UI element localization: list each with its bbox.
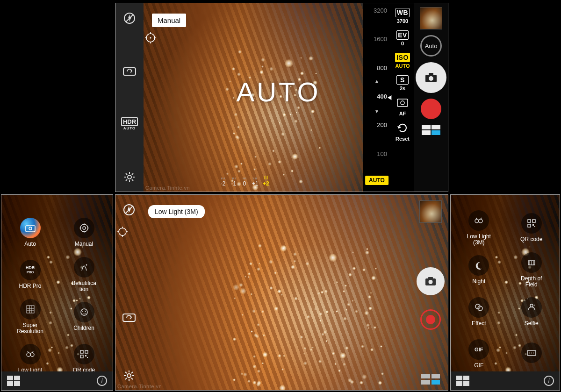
- switch-camera-icon[interactable]: [122, 65, 137, 77]
- mode-item-label: Super Resolution: [17, 322, 43, 335]
- svg-point-51: [85, 311, 86, 312]
- svg-point-73: [534, 305, 535, 306]
- switch-camera-icon[interactable]: [122, 312, 136, 323]
- info-icon[interactable]: i: [544, 376, 554, 386]
- info-icon[interactable]: i: [97, 376, 107, 386]
- hdr-auto-icon[interactable]: HDR AUTO: [121, 117, 138, 130]
- shutter-button[interactable]: [416, 62, 446, 93]
- svg-point-59: [475, 219, 479, 223]
- settings-gear-icon[interactable]: [123, 370, 135, 382]
- svg-line-28: [125, 372, 127, 373]
- svg-point-36: [29, 227, 32, 230]
- ev-scale[interactable]: -2 -1 0 +1 +2: [218, 175, 270, 187]
- mode-label-chip[interactable]: Manual: [152, 14, 186, 27]
- mode-grid-toggle[interactable]: [7, 376, 20, 386]
- svg-point-10: [128, 175, 131, 179]
- more-icon: [521, 342, 542, 363]
- mode-bottom-bar: i: [1, 371, 113, 390]
- lowlight-icon: [20, 344, 41, 364]
- iso-ruler[interactable]: 3200 1600 800 400 200 100 50 ▲ ▼ AUTO: [363, 3, 391, 192]
- record-button[interactable]: [421, 99, 441, 119]
- mode-item-gif[interactable]: GIFGIF: [453, 333, 505, 375]
- mode-item-label: GIF: [474, 363, 483, 369]
- mode-item-selfie[interactable]: Selfie: [505, 291, 558, 333]
- svg-point-52: [27, 353, 30, 356]
- flash-off-icon[interactable]: [122, 203, 136, 216]
- record-button[interactable]: [420, 309, 441, 330]
- svg-rect-61: [528, 220, 531, 222]
- effect-icon: [468, 297, 489, 318]
- svg-point-53: [30, 353, 34, 356]
- svg-rect-65: [534, 226, 535, 227]
- modes-right-frame: Low Light (3M)QR codeNightDepth of Field…: [450, 194, 560, 391]
- flash-off-icon[interactable]: [123, 12, 136, 25]
- mode-grid-button[interactable]: [421, 374, 440, 385]
- mode-grid-toggle[interactable]: [456, 376, 469, 386]
- mode-item-qr[interactable]: QR code: [505, 207, 558, 249]
- svg-line-17: [126, 179, 127, 181]
- mode-item-label: HDR Pro: [19, 283, 41, 289]
- svg-rect-35: [26, 226, 35, 232]
- svg-point-49: [81, 309, 87, 315]
- lowlight-rightbar: [413, 195, 448, 390]
- manual-rightbar: Auto: [414, 3, 448, 192]
- iso-center-readout: AUTO: [236, 76, 320, 107]
- svg-point-37: [80, 224, 88, 232]
- mode-item-label: Selfie: [525, 321, 539, 327]
- mode-item-effect[interactable]: Effect: [453, 291, 505, 333]
- param-iso[interactable]: ISO AUTO: [395, 53, 410, 69]
- mode-item-dof[interactable]: Depth of Field: [505, 249, 558, 291]
- mode-item-manual[interactable]: Manual: [57, 212, 111, 254]
- selfie-icon: [521, 297, 542, 318]
- svg-line-18: [132, 173, 133, 175]
- param-wb[interactable]: WB 3700: [395, 8, 410, 24]
- svg-line-16: [132, 179, 133, 181]
- beauty-icon: [74, 257, 94, 278]
- mode-item-more[interactable]: [505, 333, 558, 375]
- svg-line-30: [125, 378, 127, 379]
- mode-item-auto[interactable]: Auto: [3, 212, 57, 254]
- settings-gear-icon[interactable]: [123, 171, 136, 183]
- dof-icon: [521, 252, 542, 273]
- mode-label-chip[interactable]: Low Light (3M): [148, 205, 205, 218]
- param-reset[interactable]: Reset: [395, 123, 410, 142]
- param-shutter[interactable]: S 2s: [395, 75, 410, 91]
- svg-rect-55: [85, 350, 88, 353]
- mode-item-label: QR code: [520, 236, 542, 242]
- lowlight3m-icon: [468, 210, 489, 231]
- mode-item-beauty[interactable]: Beautifica tion: [57, 254, 111, 296]
- mode-item-night[interactable]: Night: [453, 249, 505, 291]
- modes-left-frame: AutoManualHDRPROHDR ProBeautifica tionSu…: [1, 194, 113, 391]
- svg-rect-58: [87, 357, 88, 358]
- param-af[interactable]: AF: [395, 98, 410, 116]
- mode-item-label: Effect: [472, 321, 486, 327]
- mode-grid-button[interactable]: [422, 125, 440, 135]
- param-ev[interactable]: EV 0: [395, 30, 410, 46]
- svg-rect-63: [528, 224, 531, 227]
- mode-item-label: Manual: [75, 241, 93, 247]
- mode-item-lowlight3m[interactable]: Low Light (3M): [453, 207, 505, 249]
- svg-point-72: [530, 304, 533, 307]
- gallery-thumbnail[interactable]: [420, 7, 442, 29]
- shutter-button[interactable]: [417, 267, 445, 295]
- svg-point-38: [83, 227, 86, 229]
- auto-mode-ring[interactable]: Auto: [420, 35, 442, 57]
- gallery-thumbnail[interactable]: [419, 200, 442, 223]
- mode-item-children[interactable]: Children: [57, 296, 111, 338]
- mode-item-label: Beautifica tion: [72, 280, 96, 292]
- svg-point-3: [401, 101, 404, 105]
- mode-item-superres[interactable]: Super Resolution: [3, 296, 57, 338]
- svg-point-75: [529, 353, 530, 354]
- param-column: WB 3700 EV 0 ISO AUTO S 2s AF Reset: [391, 3, 414, 192]
- focus-reticle-icon: [116, 226, 129, 238]
- qr-icon: [74, 344, 94, 364]
- svg-line-15: [126, 173, 127, 175]
- svg-point-1: [150, 37, 151, 39]
- mode-item-hdrpro[interactable]: HDRPROHDR Pro: [3, 254, 57, 296]
- mode-bottom-bar: i: [451, 371, 560, 390]
- svg-rect-62: [532, 220, 535, 222]
- gif-icon: GIF: [468, 339, 489, 360]
- manual-viewfinder: AUTO -2 -1 0 +1 +2 Camera.Tinhte.vn: [144, 3, 363, 192]
- iso-auto-pill[interactable]: AUTO: [365, 176, 388, 185]
- superres-icon: [20, 299, 41, 320]
